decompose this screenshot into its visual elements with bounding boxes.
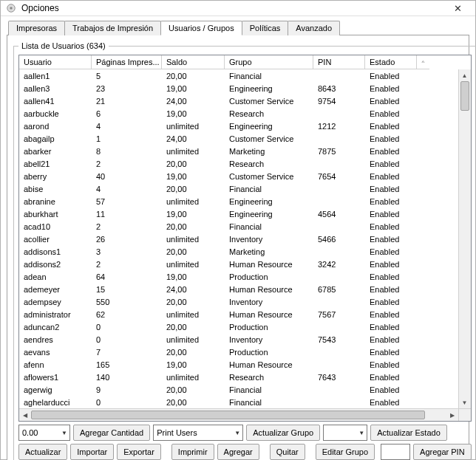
horizontal-scrollbar[interactable]: ◀ ▶ (19, 408, 471, 421)
tab-pol-ticas[interactable]: Políticas (242, 21, 289, 35)
scroll-corner (458, 409, 471, 421)
user-list-legend: Lista de Usuarios (634) (18, 41, 109, 50)
table-row[interactable]: aevans720,00ProductionEnabled (19, 346, 458, 358)
table-row[interactable]: aarbuckle619,00ResearchEnabled (19, 107, 458, 120)
add-button[interactable]: Agregar (217, 444, 259, 460)
table-row[interactable]: aghelarducci020,00FinancialEnabled (19, 396, 458, 408)
table-row[interactable]: acad10220,00FinancialEnabled (19, 220, 458, 233)
table-row[interactable]: adempsey55020,00InventoryEnabled (19, 295, 458, 308)
tab-impresoras[interactable]: Impresoras (8, 21, 65, 35)
vertical-scrollbar[interactable]: ▲ ▼ (458, 69, 471, 408)
window-title: Opciones (21, 3, 444, 13)
tab-strip: ImpresorasTrabajos de ImpresiónUsuarios … (7, 21, 469, 35)
table-row[interactable]: aallen32319,00Engineering8643Enabled (19, 82, 458, 95)
table-row[interactable]: addisons1320,00MarketingEnabled (19, 245, 458, 258)
controls-row-2: Actualizar Importar Exportar Imprimir Ag… (18, 444, 472, 460)
close-button[interactable]: ✕ (444, 1, 471, 16)
table-row[interactable]: aarond4unlimitedEngineering1212Enabled (19, 120, 458, 132)
state-combo[interactable] (323, 425, 367, 441)
table-row[interactable]: agerwig920,00FinancialEnabled (19, 383, 458, 396)
user-table: Usuario Páginas Impres... Saldo Grupo PI… (18, 55, 472, 422)
column-paginas[interactable]: Páginas Impres... (92, 55, 162, 69)
column-grupo[interactable]: Grupo (225, 55, 313, 69)
table-row[interactable]: afenn16519,00Human ResourceEnabled (19, 358, 458, 371)
update-state-button[interactable]: Actualizar Estado (370, 425, 447, 441)
tab-trabajos-de-impresi-n[interactable]: Trabajos de Impresión (64, 21, 161, 35)
table-row[interactable]: abell21220,00ResearchEnabled (19, 157, 458, 170)
print-button[interactable]: Imprimir (171, 444, 214, 460)
scroll-left-icon[interactable]: ◀ (19, 409, 31, 421)
column-usuario[interactable]: Usuario (19, 55, 92, 69)
table-row[interactable]: abise420,00FinancialEnabled (19, 182, 458, 195)
tab-panel-users-groups: Lista de Usuarios (634) Usuario Páginas … (7, 35, 469, 460)
tab-avanzado[interactable]: Avanzado (288, 21, 340, 35)
app-icon (5, 2, 17, 14)
table-row[interactable]: aberry4019,00Customer Service7654Enabled (19, 170, 458, 182)
table-row[interactable]: aflowers1140unlimitedResearch7643Enabled (19, 371, 458, 383)
column-pin[interactable]: PIN (313, 55, 365, 69)
import-button[interactable]: Importar (70, 444, 114, 460)
table-row[interactable]: ademeyer1524,00Human Resource6785Enabled (19, 283, 458, 295)
hscroll-track[interactable] (31, 409, 446, 421)
add-amount-button[interactable]: Agregar Cantidad (73, 425, 150, 441)
remove-button[interactable]: Quitar (270, 444, 305, 460)
scroll-up-icon[interactable]: ▲ (459, 69, 471, 81)
svg-point-1 (10, 7, 13, 10)
header-scroll-corner: ^ (417, 55, 429, 69)
scroll-right-icon[interactable]: ▶ (446, 409, 458, 421)
table-body[interactable]: aallen1520,00FinancialEnabledaallen32319… (19, 69, 458, 408)
column-saldo[interactable]: Saldo (162, 55, 225, 69)
tab-usuarios-grupos[interactable]: Usuarios / Grupos (160, 21, 242, 35)
hscroll-thumb[interactable] (31, 411, 425, 419)
options-window: Opciones ✕ ImpresorasTrabajos de Impresi… (0, 0, 476, 460)
column-estado[interactable]: Estado (365, 55, 417, 69)
table-row[interactable]: abarker8unlimitedMarketing7875Enabled (19, 145, 458, 157)
vscroll-track[interactable] (459, 81, 471, 397)
user-list-fieldset: Lista de Usuarios (634) Usuario Páginas … (13, 41, 476, 460)
add-pin-button[interactable]: Agregar PIN (413, 444, 472, 460)
refresh-button[interactable]: Actualizar (18, 444, 67, 460)
table-row[interactable]: administrator62unlimitedHuman Resource75… (19, 308, 458, 320)
table-row[interactable]: abagailp124,00Customer ServiceEnabled (19, 132, 458, 145)
pin-input[interactable] (381, 444, 410, 460)
table-row[interactable]: adean6419,00ProductionEnabled (19, 270, 458, 283)
table-row[interactable]: acollier26unlimitedInventory5466Enabled (19, 233, 458, 245)
vscroll-thumb[interactable] (460, 81, 469, 111)
amount-combo[interactable]: 0.00 (18, 425, 70, 441)
group-combo[interactable]: Print Users (153, 425, 243, 441)
table-row[interactable]: aendres0unlimitedInventory7543Enabled (19, 333, 458, 346)
export-button[interactable]: Exportar (117, 444, 161, 460)
edit-group-button[interactable]: Editar Grupo (316, 444, 375, 460)
table-row[interactable]: aallen412124,00Customer Service9754Enabl… (19, 95, 458, 107)
scroll-down-icon[interactable]: ▼ (459, 397, 471, 408)
table-row[interactable]: aallen1520,00FinancialEnabled (19, 69, 458, 82)
update-group-button[interactable]: Actualizar Grupo (246, 425, 320, 441)
table-row[interactable]: addisons22unlimitedHuman Resource3242Ena… (19, 258, 458, 270)
client-area: ImpresorasTrabajos de ImpresiónUsuarios … (1, 16, 475, 460)
table-header: Usuario Páginas Impres... Saldo Grupo PI… (19, 55, 471, 69)
titlebar: Opciones ✕ (1, 1, 475, 16)
table-row[interactable]: abranine57unlimitedEngineeringEnabled (19, 195, 458, 207)
controls-row-1: 0.00 Agregar Cantidad Print Users Actual… (18, 425, 472, 441)
table-row[interactable]: aburkhart1119,00Engineering4564Enabled (19, 207, 458, 220)
table-row[interactable]: aduncan2020,00ProductionEnabled (19, 320, 458, 333)
